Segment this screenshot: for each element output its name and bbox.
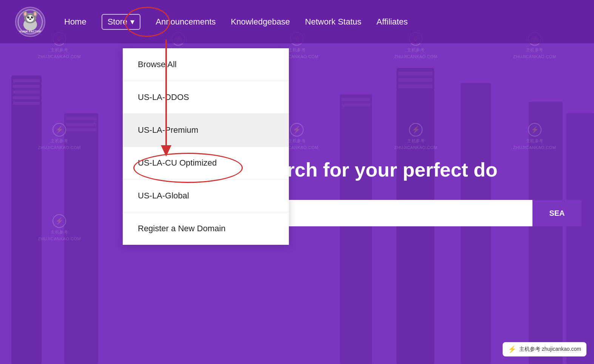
dropdown-item-browse-all[interactable]: Browse All	[123, 48, 289, 81]
watermark-site-text: 主机参考 zhujicankao.com	[519, 346, 581, 353]
svg-point-25	[31, 16, 33, 18]
nav-links: Home Store ▾ Announcements Knowledgebase…	[64, 14, 579, 30]
dropdown-item-register-domain[interactable]: Register a New Domain	[123, 212, 289, 245]
svg-point-32	[34, 12, 36, 16]
svg-rect-1	[13, 79, 40, 82]
nav-knowledgebase[interactable]: Knowledgebase	[231, 17, 290, 27]
svg-point-31	[24, 12, 26, 16]
svg-point-28	[29, 18, 31, 20]
watermark-icon: ⚡	[508, 345, 516, 353]
hero-text: rch for your perfect do	[287, 158, 498, 181]
svg-rect-15	[398, 78, 432, 82]
svg-rect-19	[566, 113, 594, 364]
nav-store[interactable]: Store ▾	[102, 14, 141, 30]
svg-rect-11	[342, 98, 370, 101]
svg-rect-0	[11, 75, 42, 364]
store-dropdown-arrow: ▾	[130, 17, 134, 27]
search-button[interactable]: SEA	[532, 200, 582, 226]
svg-rect-10	[340, 94, 372, 364]
logo-icon: SKUNK·FACTORY	[17, 9, 43, 35]
svg-rect-12	[342, 104, 370, 107]
store-label: Store	[108, 17, 128, 27]
svg-rect-14	[398, 72, 432, 75]
navbar: SKUNK·FACTORY Home Store ▾ Announcements…	[0, 0, 594, 43]
svg-point-27	[32, 17, 33, 17]
bottom-watermark: ⚡ 主机参考 zhujicankao.com	[503, 342, 586, 356]
dropdown-item-us-la-premium[interactable]: US-LA-Premium	[123, 114, 289, 147]
svg-rect-8	[66, 123, 96, 126]
svg-text:SKUNK·FACTORY: SKUNK·FACTORY	[17, 30, 43, 33]
svg-point-24	[27, 16, 29, 18]
svg-point-26	[28, 17, 29, 17]
store-dropdown: Browse All US-LA-DDOS US-LA-Premium US-L…	[123, 48, 289, 245]
dropdown-item-us-la-global[interactable]: US-LA-Global	[123, 180, 289, 212]
svg-rect-18	[529, 102, 563, 364]
logo-circle: SKUNK·FACTORY	[15, 7, 45, 37]
nav-home[interactable]: Home	[64, 17, 86, 27]
svg-rect-6	[64, 113, 98, 364]
nav-announcements[interactable]: Announcements	[156, 17, 216, 27]
svg-rect-7	[66, 117, 96, 120]
search-input[interactable]	[287, 200, 532, 226]
bg-decoration	[0, 0, 594, 364]
nav-network-status[interactable]: Network Status	[305, 17, 361, 27]
logo[interactable]: SKUNK·FACTORY	[15, 7, 45, 37]
svg-rect-2	[13, 85, 40, 88]
svg-rect-9	[66, 128, 96, 131]
dropdown-item-us-la-cu-optimized[interactable]: US-LA-CU Optimized	[123, 147, 289, 180]
svg-rect-4	[13, 96, 40, 99]
svg-rect-3	[13, 91, 40, 94]
svg-rect-5	[13, 102, 40, 105]
svg-rect-16	[398, 84, 432, 88]
nav-affiliates[interactable]: Affiliates	[376, 17, 408, 27]
dropdown-item-us-la-ddos[interactable]: US-LA-DDOS	[123, 81, 289, 114]
search-bar: SEA	[287, 200, 582, 226]
